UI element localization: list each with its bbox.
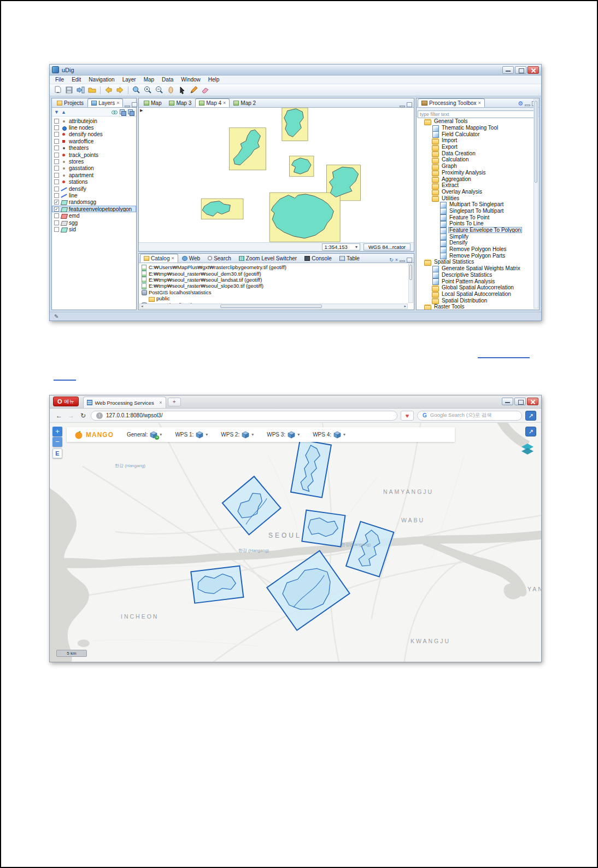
menu-item[interactable]: Map (140, 76, 158, 83)
layer-row[interactable]: stores (52, 158, 136, 165)
hyperlink-underline[interactable] (54, 380, 76, 381)
catalog-item[interactable]: E:₩tmp₩seoul_raster₩seoul_slope30.tif (g… (141, 283, 414, 289)
layer-row[interactable]: randomsgg (52, 199, 136, 206)
close-tab-icon[interactable]: × (171, 255, 174, 261)
catalog-tab[interactable]: Web × (178, 254, 204, 263)
tree-row[interactable]: Export (418, 144, 533, 150)
layer-checkbox[interactable] (54, 187, 59, 191)
wps-menu-item[interactable]: WPS 4: + ▾ (313, 431, 345, 439)
udig-titlebar[interactable]: uDig (50, 65, 541, 75)
eraser-button[interactable] (200, 85, 210, 95)
pencil-button[interactable] (189, 85, 199, 95)
menu-item[interactable]: Navigation (85, 76, 118, 83)
layer-checkbox[interactable] (54, 159, 59, 164)
layer-row[interactable]: gasstation (52, 165, 136, 172)
udig-map-canvas[interactable]: ▶ (139, 108, 414, 242)
tree-row[interactable]: Singlepart To Multipart (418, 208, 533, 214)
layer-checkbox[interactable] (54, 132, 59, 137)
zoom-out-button[interactable] (154, 85, 165, 95)
layer-checkbox[interactable] (54, 153, 59, 158)
menu-item[interactable]: Window (177, 76, 204, 83)
minimize-view-icon[interactable] (125, 106, 130, 107)
refresh-icon[interactable]: ↻ (389, 257, 394, 263)
layer-row[interactable]: theaters (52, 145, 136, 152)
layer-row[interactable]: stations (52, 179, 136, 185)
menu-item[interactable]: Help (204, 76, 224, 83)
panel-tab[interactable]: Projects × (53, 98, 87, 107)
catalog-tab[interactable]: Zoom Level Switcher × (235, 254, 301, 263)
layer-front-icon[interactable] (128, 109, 134, 115)
tree-row[interactable]: Overlay Analysis (418, 189, 533, 195)
layer-row[interactable]: emd (52, 212, 136, 219)
map-tab[interactable]: Map 2 × (230, 98, 260, 107)
zoom-out-button[interactable]: − (52, 437, 62, 447)
layer-row[interactable]: featureenvelopetopolygon (52, 206, 136, 212)
crs-button[interactable]: WGS 84...rcator (364, 243, 411, 251)
fullscreen-button[interactable]: ↗ (525, 427, 536, 436)
close-tab-icon[interactable]: × (478, 100, 481, 106)
scale-combobox[interactable]: 1:354,153 ▾ (322, 243, 360, 251)
minimize-button[interactable] (502, 398, 513, 405)
tree-row[interactable]: Feature To Point (418, 214, 533, 220)
tree-row[interactable]: Aggregation (418, 176, 533, 182)
sidebar-panel-button[interactable]: ↗ (525, 411, 536, 421)
maximize-view-icon[interactable] (407, 258, 412, 263)
tree-row[interactable]: Utilities (418, 195, 533, 201)
close-tab-icon[interactable]: × (116, 100, 119, 106)
tree-row[interactable]: Proximity Analysis (418, 170, 533, 176)
close-button[interactable] (527, 398, 538, 405)
minimize-view-icon[interactable] (525, 104, 530, 106)
close-tab-icon[interactable]: × (223, 100, 226, 106)
tree-row[interactable]: Graph (418, 163, 533, 170)
horizontal-scrollbar[interactable]: ◂ ▸ (139, 304, 408, 309)
layer-order-icon[interactable] (120, 109, 126, 115)
export-button[interactable] (75, 85, 86, 95)
wps-menu-item[interactable]: WPS 2: + ▾ (221, 431, 254, 439)
wps-menu-item[interactable]: WPS 1: + ▾ (175, 431, 208, 439)
maximize-view-icon[interactable] (407, 102, 412, 107)
mango-brand[interactable]: MANGO (74, 430, 114, 439)
catalog-item[interactable]: E:₩tmp₩seoul_raster₩seoul_landsat.tif (g… (141, 277, 414, 283)
basemap-layers-button[interactable] (520, 443, 535, 455)
layer-checkbox[interactable] (54, 166, 59, 171)
layer-row[interactable]: track_points (52, 152, 136, 158)
toolbox-tab[interactable]: Processing Toolbox × (418, 98, 485, 107)
forward-icon[interactable]: → (67, 412, 75, 420)
tree-row[interactable]: Data Creation (418, 150, 533, 156)
new-tab-button[interactable]: + (168, 398, 181, 406)
tree-row[interactable]: Simplify (418, 233, 533, 240)
minimize-view-icon[interactable] (400, 260, 405, 262)
scrollbar-thumb[interactable] (409, 265, 412, 280)
hyperlink-underline[interactable] (478, 357, 530, 358)
tree-row[interactable]: Remove Polygon Parts (418, 252, 533, 259)
layer-checkbox[interactable] (54, 220, 59, 225)
opera-menu-button[interactable]: O 메뉴 (53, 397, 79, 406)
minimize-view-icon[interactable] (400, 106, 405, 107)
scroll-right-icon[interactable]: ▸ (403, 304, 407, 308)
catalog-tab[interactable]: Console × (301, 254, 336, 263)
scroll-left-icon[interactable]: ◂ (140, 304, 144, 308)
edit-mode-button[interactable]: E (52, 448, 62, 458)
pan-hand-button[interactable] (166, 85, 176, 95)
catalog-item[interactable]: PostGIS localhost/statistics (141, 289, 414, 295)
wps-menu-item[interactable]: General: + ▾ (127, 431, 162, 439)
layer-checkbox[interactable] (54, 179, 59, 184)
layer-checkbox[interactable] (54, 193, 59, 198)
close-button[interactable] (527, 66, 539, 74)
zoom-in-button[interactable]: + (52, 427, 62, 436)
web-map-view[interactable]: 한강 (Hangang) NAMYANGJU WABU SEOUL 한강 (Ha… (50, 423, 541, 662)
tree-row[interactable]: Densify (418, 240, 533, 246)
tree-row[interactable]: Generate Spatial Weights Matrix (418, 265, 533, 272)
vertical-scrollbar[interactable] (408, 264, 413, 303)
layer-row[interactable]: wardoffice (52, 138, 136, 144)
search-field[interactable]: G Google Search (으)로 검색 (417, 411, 522, 421)
tree-row[interactable]: Field Calculator (418, 131, 533, 137)
tree-row[interactable]: Remove Polygon Holes (418, 246, 533, 253)
tree-row[interactable]: Thematic Mapping Tool (418, 125, 533, 131)
minimize-button[interactable] (502, 66, 514, 74)
tree-row[interactable]: Multipart To Singlepart (418, 201, 533, 208)
scrollbar-thumb[interactable] (220, 305, 322, 308)
tree-row[interactable]: Raster Tools (418, 304, 533, 310)
layer-row[interactable]: apartment (52, 172, 136, 178)
menu-item[interactable]: File (51, 76, 68, 83)
